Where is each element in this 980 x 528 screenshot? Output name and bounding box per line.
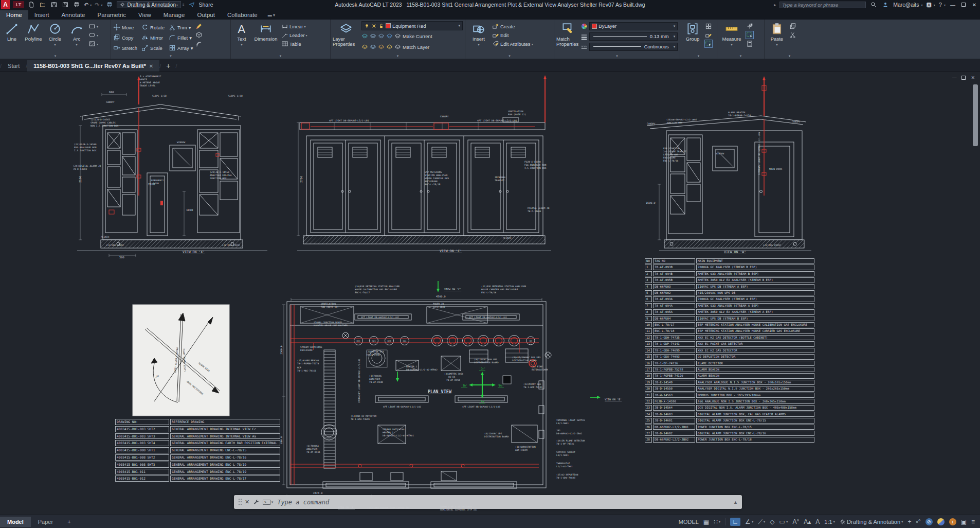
- create-block-button[interactable]: Create: [492, 23, 533, 30]
- autodesk-app-icon[interactable]: 🅰: [927, 2, 932, 8]
- vertical-scrollbar[interactable]: [973, 84, 978, 146]
- insert-block-button[interactable]: Insert▾: [467, 21, 490, 47]
- quick-calculator-button[interactable]: [746, 40, 753, 47]
- table-button[interactable]: Table: [281, 40, 307, 47]
- layout-tab-paper[interactable]: Paper: [31, 517, 60, 527]
- help-icon[interactable]: ?: [939, 2, 942, 8]
- workspace-switcher-status[interactable]: Drafting & Annotation▾: [840, 519, 903, 525]
- make-current-button[interactable]: Make Current: [403, 33, 432, 39]
- ribbon-display-toggle[interactable]: ▬ ▾: [268, 13, 275, 20]
- match-layer-icon[interactable]: [394, 44, 401, 50]
- panel-utilities-expander[interactable]: ▾: [717, 53, 764, 59]
- scale-button[interactable]: Scale: [141, 44, 165, 51]
- doc-close-button[interactable]: ✕: [971, 75, 975, 80]
- ribbon-tab-collaborate[interactable]: Collaborate: [221, 10, 264, 20]
- linear-dimension-button[interactable]: Linear▾: [281, 23, 307, 30]
- measure-button[interactable]: Measure▾: [719, 21, 744, 47]
- restore-button[interactable]: [960, 2, 967, 8]
- workspace-switcher[interactable]: Drafting & Annotation ▾: [117, 1, 181, 8]
- ribbon-tab-insert[interactable]: Insert: [28, 10, 56, 20]
- panel-groups-expander[interactable]: ▾: [680, 53, 717, 59]
- ribbon-tab-view[interactable]: View: [132, 10, 157, 20]
- paste-button[interactable]: Paste▾: [767, 21, 787, 47]
- undo-dropdown[interactable]: ▾: [90, 3, 92, 7]
- redo-dropdown[interactable]: ▾: [101, 3, 102, 7]
- undo-button[interactable]: ↶: [84, 2, 88, 8]
- match-layer-button[interactable]: Match Layer: [403, 44, 429, 50]
- qat-customize-dropdown[interactable]: ≡: [183, 3, 185, 6]
- layer-freeze-icon[interactable]: [371, 23, 377, 29]
- ungroup-button[interactable]: [705, 23, 712, 30]
- erase-button[interactable]: [195, 23, 203, 30]
- hatch-button[interactable]: ▾: [88, 40, 98, 47]
- layer-lock-icon[interactable]: [378, 23, 384, 29]
- help-dropdown[interactable]: ▾: [944, 3, 946, 7]
- panel-modify-expander[interactable]: ▾: [111, 53, 230, 59]
- object-color-select[interactable]: ByLayer▾: [589, 22, 678, 30]
- copy-button[interactable]: Copy: [113, 34, 137, 41]
- layer-color-swatch[interactable]: [386, 23, 391, 28]
- layer-isolate-icon[interactable]: [361, 33, 368, 40]
- tab-close-icon[interactable]: ✕: [149, 63, 153, 69]
- graphics-performance-toggle[interactable]: ⊘: [925, 518, 933, 525]
- linetype-icon[interactable]: [580, 43, 588, 50]
- fillet-button[interactable]: Fillet▾: [169, 34, 193, 41]
- user-avatar-icon[interactable]: [881, 1, 890, 8]
- object-snap-toggle[interactable]: ▭▾: [779, 518, 788, 525]
- line-button[interactable]: Line: [2, 21, 22, 42]
- open-file-button[interactable]: [39, 1, 47, 8]
- color-wheel-icon[interactable]: [580, 23, 588, 30]
- clean-screen-toggle[interactable]: ▣: [961, 518, 967, 525]
- panel-clipboard-expander[interactable]: ▾: [765, 53, 814, 59]
- layer-on-tool-icon[interactable]: [378, 44, 385, 50]
- rectangle-button[interactable]: ▾: [88, 23, 98, 30]
- doc-restore-button[interactable]: [961, 76, 966, 80]
- share-icon[interactable]: [188, 1, 196, 8]
- new-drawing-tab-button[interactable]: +: [161, 60, 175, 72]
- group-selection-toggle[interactable]: [705, 40, 712, 47]
- panel-draw-expander[interactable]: ▾: [0, 53, 111, 59]
- command-input[interactable]: [276, 498, 730, 506]
- stretch-button[interactable]: Stretch: [113, 44, 137, 51]
- ribbon-tab-parametric[interactable]: Parametric: [92, 10, 133, 20]
- share-button[interactable]: Share: [199, 2, 213, 8]
- edit-attributes-button[interactable]: Edit Attributes▾: [492, 40, 533, 47]
- polar-tracking-toggle[interactable]: ∠▾: [745, 518, 753, 525]
- panel-annotation-expander[interactable]: ▾: [231, 53, 330, 59]
- make-current-icon[interactable]: [394, 33, 401, 40]
- ribbon-tab-output[interactable]: Output: [191, 10, 221, 20]
- explode-button[interactable]: [195, 31, 203, 39]
- array-button[interactable]: Array▾: [169, 44, 193, 51]
- offset-button[interactable]: [195, 40, 203, 47]
- quick-select-button[interactable]: [746, 31, 753, 39]
- panel-layers-expander[interactable]: ▾: [331, 53, 465, 59]
- annotation-monitor-add[interactable]: +: [908, 518, 912, 525]
- layer-on-icon[interactable]: [364, 23, 370, 29]
- rotate-button[interactable]: Rotate: [141, 24, 165, 31]
- polyline-button[interactable]: Polyline: [24, 21, 43, 42]
- close-button[interactable]: ✕: [971, 2, 978, 8]
- text-button[interactable]: AText▾: [233, 21, 250, 47]
- search-expand-icon[interactable]: ▸: [774, 3, 776, 7]
- recent-commands-button[interactable]: >_▾: [263, 500, 273, 505]
- ribbon-tab-home[interactable]: Home: [0, 10, 28, 20]
- search-icon[interactable]: [869, 1, 878, 8]
- object-snap-tracking-toggle[interactable]: ⟋▾: [758, 518, 765, 525]
- model-space-badge[interactable]: MODEL: [679, 519, 699, 525]
- mirror-button[interactable]: Mirror: [141, 34, 165, 41]
- layout-tab-model[interactable]: Model: [0, 517, 31, 527]
- new-layout-button[interactable]: +: [60, 517, 78, 527]
- trim-button[interactable]: Trim▾: [169, 24, 193, 31]
- match-properties-button[interactable]: Match Properties: [556, 21, 578, 47]
- isolate-objects-toggle[interactable]: ▫°: [916, 518, 921, 525]
- plot-button[interactable]: [72, 1, 81, 8]
- layer-properties-button[interactable]: Layer Properties: [333, 21, 359, 47]
- edit-block-button[interactable]: Edit: [492, 31, 533, 39]
- cut-clip-button[interactable]: [789, 31, 796, 39]
- arc-button[interactable]: Arc▾: [67, 21, 86, 47]
- circle-button[interactable]: Circle▾: [45, 21, 65, 47]
- grid-toggle[interactable]: ▦: [703, 518, 709, 525]
- minimize-button[interactable]: —: [949, 2, 956, 8]
- layer-select[interactable]: Equipment Red ▾: [361, 21, 463, 30]
- panel-block-expander[interactable]: ▾: [465, 53, 554, 59]
